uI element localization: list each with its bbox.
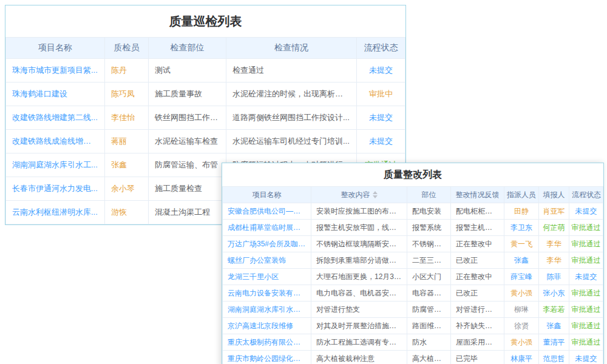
column-header-label: 整改内容	[341, 190, 370, 199]
cell-feedback: 已改正	[451, 285, 504, 302]
table-row[interactable]: 重庆市鹅岭公园绿化景观提升...高大植被栽种注意高大植被栽种已完毕林康平范思哲未…	[223, 351, 603, 364]
cell-assignee: 黄一飞	[504, 236, 539, 252]
cell-content: 对管进行垫支	[311, 302, 407, 318]
cell-project[interactable]: 湖南洞庭湖水库引水工程施工1标	[223, 302, 311, 318]
cell-status: 审批通过	[569, 236, 603, 252]
table-row[interactable]: 云南电力设备安装有限公司20...电力电容器、电机器安装方案...电容器安装..…	[223, 285, 603, 302]
rectify-table: 项目名称整改内容部位整改情况反馈指派人员填报人流程状态 安徽合肥供电公司—配电设…	[222, 186, 603, 364]
cell-status: 审批通过	[569, 334, 603, 351]
table-row[interactable]: 改建铁路线增建第二线...李佳怡铁丝网围挡工作检查道路两侧铁丝网围挡工作按设计.…	[6, 106, 405, 130]
cell-part: 防水	[407, 334, 451, 351]
column-header-inspector: 质检员	[105, 38, 149, 59]
cell-assignee: 李卫东	[504, 220, 539, 236]
table-row[interactable]: 安徽合肥供电公司—配电设备...安装时应按施工图的布置，将...配电安装配电柜柜…	[223, 203, 603, 220]
cell-part: 路面维修检...	[407, 318, 451, 334]
cell-feedback: 正在整改中	[451, 236, 504, 252]
cell-inspector: 李佳怡	[105, 106, 149, 130]
cell-feedback: 补齐缺失标志...	[451, 318, 504, 334]
cell-project[interactable]: 改建铁路线成渝线增建第...	[6, 130, 105, 153]
cell-feedback: 已改正	[451, 252, 504, 269]
cell-part: 水泥砼运输车检查	[149, 130, 226, 153]
rectify-panel-title: 质量整改列表	[222, 163, 603, 186]
cell-reporter: 李若若	[539, 302, 569, 318]
column-header-project: 项目名称	[223, 187, 311, 203]
table-row[interactable]: 重庆太极制药有限公司亳州中...防水工程施工选调有专业资质...防水屋面采用聚氨…	[223, 334, 603, 351]
column-header-label: 部位	[422, 190, 436, 199]
table-row[interactable]: 万达广场35#会所及咖啡厅空...不锈钢边框玻璃隔断安装不牢...不锈钢安装..…	[223, 236, 603, 252]
cell-inspector: 蒋丽	[105, 130, 149, 153]
column-header-label: 检查部位	[171, 42, 205, 52]
cell-status: 审批通过	[569, 318, 603, 334]
table-row[interactable]: 螺丝厂办公室装饰拆除到承重墙部分请做好加固...二至三楼混...已改正张鑫李华审…	[223, 252, 603, 269]
cell-inspector: 陈丹	[105, 59, 149, 83]
cell-feedback: 配电柜柜体与...	[451, 203, 504, 220]
cell-project[interactable]: 改建铁路线增建第二线...	[6, 106, 105, 130]
cell-part: 电容器安装...	[407, 285, 451, 302]
cell-reporter: 肖亚军	[539, 203, 569, 220]
cell-status: 未提交	[569, 269, 603, 285]
column-header-situation: 检查情况	[226, 38, 357, 59]
cell-project[interactable]: 京沪高速北京段维修	[223, 318, 311, 334]
table-row[interactable]: 改建铁路线成渝线增建第...蒋丽水泥砼运输车检查水泥砼运输车司机经过专门培训..…	[6, 130, 405, 153]
cell-feedback: 正在整改中	[451, 269, 504, 285]
cell-project[interactable]: 长春市伊通河水力发电...	[6, 177, 105, 201]
table-row[interactable]: 湖南洞庭湖水库引水工程施工1标对管进行垫支防腐管运输...对管进行垫支柳琳李若若…	[223, 302, 603, 318]
cell-content: 高大植被栽种注意	[311, 351, 407, 364]
cell-project[interactable]: 螺丝厂办公室装饰	[223, 252, 311, 269]
cell-content: 不锈钢边框玻璃隔断安装不牢...	[311, 236, 407, 252]
column-header-status: 流程状态	[357, 38, 405, 59]
cell-content: 电力电容器、电机器安装方案...	[311, 285, 407, 302]
cell-inspector: 陈巧凤	[105, 83, 149, 106]
cell-project[interactable]: 湖南洞庭湖水库引水工...	[6, 153, 105, 177]
cell-part: 混凝土沟渠工程	[149, 201, 226, 224]
cell-inspector: 游恢	[105, 201, 149, 224]
cell-project[interactable]: 安徽合肥供电公司—配电设备...	[223, 203, 311, 220]
table-row[interactable]: 成都杜甫草堂临时展厅独立展...报警主机安放牢固，线缆连接...报警系统报警主机…	[223, 220, 603, 236]
table-row[interactable]: 龙湖三千里小区大理石地面更换，12月31日之...小区大门正在整改中薛宝峰陈菲未…	[223, 269, 603, 285]
rectify-table-body: 安徽合肥供电公司—配电设备...安装时应按施工图的布置，将...配电安装配电柜柜…	[223, 203, 603, 364]
cell-project[interactable]: 云南电力设备安装有限公司20...	[223, 285, 311, 302]
sort-icon[interactable]	[373, 191, 378, 198]
cell-project[interactable]: 重庆市鹅岭公园绿化景观提升...	[223, 351, 311, 364]
cell-assignee: 徐贤	[504, 318, 539, 334]
cell-content: 安装时应按施工图的布置，将...	[311, 203, 407, 220]
cell-status: 未提交	[569, 203, 603, 220]
cell-content: 拆除到承重墙部分请做好加固...	[311, 252, 407, 269]
cell-status: 审批通过	[569, 285, 603, 302]
column-header-project: 项目名称	[6, 38, 105, 59]
cell-project[interactable]: 珠海市城市更新项目紫...	[6, 59, 105, 83]
table-row[interactable]: 珠海鹤港口建设陈巧凤施工质量事故水泥砼灌注的时候，出现离析现象审批中	[6, 83, 405, 106]
cell-content: 防水工程施工选调有专业资质...	[311, 334, 407, 351]
cell-situation: 检查通过	[226, 59, 357, 83]
cell-project[interactable]: 云南水利枢纽潜明水库...	[6, 201, 105, 224]
cell-part: 施工质量检查	[149, 177, 226, 201]
cell-project[interactable]: 万达广场35#会所及咖啡厅空...	[223, 236, 311, 252]
cell-status: 审批中	[357, 83, 405, 106]
cell-part: 施工质量事故	[149, 83, 226, 106]
table-row[interactable]: 珠海市城市更新项目紫...陈丹测试检查通过未提交	[6, 59, 405, 83]
cell-status: 未提交	[569, 351, 603, 364]
cell-assignee: 林康平	[504, 351, 539, 364]
cell-project[interactable]: 成都杜甫草堂临时展厅独立展...	[223, 220, 311, 236]
cell-project[interactable]: 珠海鹤港口建设	[6, 83, 105, 106]
cell-situation: 水泥砼运输车司机经过专门培训...	[226, 130, 357, 153]
inspection-header-row: 项目名称质检员检查部位检查情况流程状态	[6, 38, 405, 59]
column-header-label: 项目名称	[253, 190, 282, 199]
cell-reporter: 陈菲	[539, 269, 569, 285]
cell-status: 未提交	[357, 106, 405, 130]
column-header-content[interactable]: 整改内容	[311, 187, 407, 203]
cell-reporter: 张鑫	[539, 318, 569, 334]
column-header-part: 检查部位	[149, 38, 226, 59]
table-row[interactable]: 京沪高速北京段维修对其及时开展整治措施，桥头...路面维修检...补齐缺失标志.…	[223, 318, 603, 334]
cell-feedback: 对管进行垫支	[451, 302, 504, 318]
cell-status: 审批通过	[569, 220, 603, 236]
cell-project[interactable]: 龙湖三千里小区	[223, 269, 311, 285]
column-header-part: 部位	[407, 187, 451, 203]
cell-project[interactable]: 重庆太极制药有限公司亳州中...	[223, 334, 311, 351]
page: 质量巡检列表 项目名称质检员检查部位检查情况流程状态 珠海市城市更新项目紫...…	[0, 0, 607, 364]
cell-part: 报警系统	[407, 220, 451, 236]
column-header-label: 填报人	[543, 190, 565, 199]
cell-situation: 道路两侧铁丝网围挡工作按设计...	[226, 106, 357, 130]
column-header-label: 整改情况反馈	[456, 190, 500, 199]
cell-part: 小区大门	[407, 269, 451, 285]
